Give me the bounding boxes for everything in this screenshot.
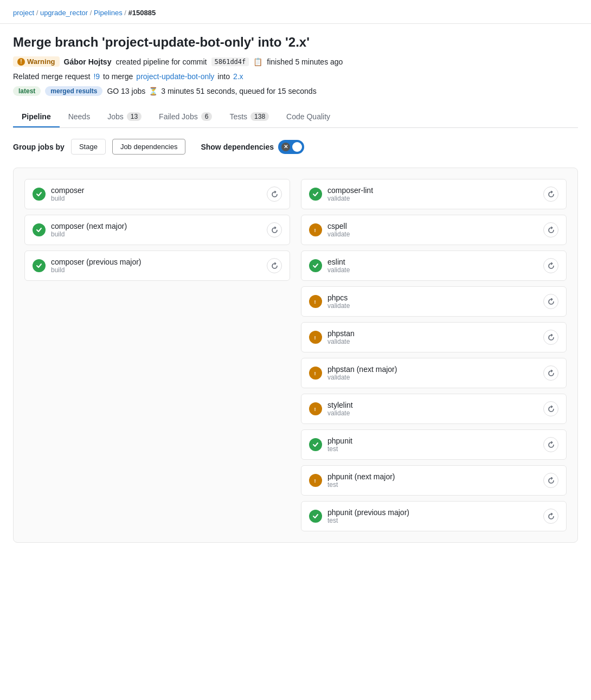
success-icon [33, 188, 46, 201]
tab-code-quality[interactable]: Code Quality [278, 107, 339, 127]
clock-icon: ⏳ [149, 87, 158, 95]
tab-failed-jobs-count: 6 [201, 112, 213, 121]
job-name: stylelint [327, 401, 353, 409]
retry-button[interactable] [543, 187, 558, 202]
list-item: ! phpstan validate [301, 322, 567, 352]
retry-button[interactable] [543, 294, 558, 309]
retry-button[interactable] [543, 473, 558, 488]
success-icon [309, 188, 322, 201]
success-icon [309, 510, 322, 523]
job-name: cspell [327, 222, 350, 230]
job-info: composer (previous major) build [51, 258, 142, 274]
finished-text: finished 5 minutes ago [267, 57, 343, 66]
job-left: ! phpcs validate [309, 293, 350, 310]
jobs-count: GO 13 jobs [107, 87, 145, 95]
job-name: phpunit (next major) [327, 472, 395, 481]
retry-button[interactable] [267, 258, 282, 273]
pipeline-meta: ! Warning Gábor Hojtsy created pipeline … [13, 56, 578, 67]
retry-button[interactable] [543, 330, 558, 345]
job-left: phpunit (previous major) test [309, 508, 409, 524]
job-name: phpstan (next major) [327, 365, 397, 374]
job-left: ! stylelint validate [309, 401, 353, 417]
job-info: phpstan validate [327, 329, 355, 345]
show-dependencies-toggle[interactable]: ✕ [278, 140, 304, 154]
job-left: ! phpstan validate [309, 329, 355, 345]
right-jobs-column: composer-lint validate ! cspell validate [301, 179, 567, 531]
retry-button[interactable] [543, 509, 558, 524]
job-left: composer (next major) build [33, 222, 127, 238]
job-left: composer-lint validate [309, 186, 373, 202]
pipeline-grid: composer build composer (next major) bui… [13, 168, 578, 543]
tab-tests-count: 138 [250, 112, 269, 121]
job-info: phpcs validate [327, 293, 350, 310]
retry-button[interactable] [267, 187, 282, 202]
tab-tests-label: Tests [229, 112, 247, 121]
job-info: composer (next major) build [51, 222, 127, 238]
warning-icon: ! [309, 402, 322, 415]
breadcrumb-project[interactable]: project [13, 9, 34, 17]
tab-needs[interactable]: Needs [60, 107, 99, 127]
warning-icon: ! [309, 331, 322, 344]
tab-jobs[interactable]: Jobs 13 [99, 107, 150, 127]
action-text: created pipeline for commit [115, 57, 207, 66]
page-title: Merge branch 'project-update-bot-only' i… [13, 35, 578, 50]
retry-button[interactable] [543, 437, 558, 452]
to-merge-text: to merge [103, 72, 133, 81]
job-dependencies-button[interactable]: Job dependencies [112, 139, 186, 155]
job-stage: validate [327, 374, 397, 381]
job-stage: build [51, 266, 142, 274]
tab-jobs-count: 13 [127, 112, 142, 121]
group-jobs-bar: Group jobs by Stage Job dependencies Sho… [13, 139, 578, 155]
sep1: / [36, 9, 38, 17]
show-deps-label: Show dependencies [201, 143, 274, 151]
tab-tests[interactable]: Tests 138 [221, 107, 278, 127]
warning-label: Warning [27, 57, 55, 66]
svg-text:!: ! [314, 299, 316, 305]
retry-button[interactable] [543, 258, 558, 273]
list-item: ! phpcs validate [301, 286, 567, 317]
tab-needs-label: Needs [68, 112, 90, 121]
stage-button[interactable]: Stage [71, 139, 106, 155]
tab-pipeline[interactable]: Pipeline [13, 107, 60, 127]
job-stage: validate [327, 195, 373, 202]
retry-button[interactable] [543, 365, 558, 381]
job-stage: validate [327, 409, 353, 417]
warning-icon: ! [309, 367, 322, 380]
sep2: / [90, 9, 92, 17]
job-info: stylelint validate [327, 401, 353, 417]
retry-button[interactable] [267, 222, 282, 237]
list-item: ! stylelint validate [301, 394, 567, 424]
copy-icon[interactable]: 📋 [253, 57, 262, 66]
tab-failed-jobs[interactable]: Failed Jobs 6 [150, 107, 221, 127]
breadcrumb-pipelines[interactable]: Pipelines [94, 9, 123, 17]
tabs-bar: Pipeline Needs Jobs 13 Failed Jobs 6 Tes… [13, 107, 578, 128]
meta-row2: Related merge request !9 to merge projec… [13, 72, 578, 81]
retry-button[interactable] [543, 222, 558, 237]
job-left: composer (previous major) build [33, 258, 142, 274]
job-info: phpunit (previous major) test [327, 508, 409, 524]
warning-icon: ! [309, 295, 322, 308]
toggle-x-icon: ✕ [281, 143, 290, 151]
job-left: eslint validate [309, 258, 350, 274]
branch-link[interactable]: project-update-bot-only [136, 72, 214, 81]
warning-icon: ! [17, 58, 25, 66]
badges-row: latest merged results GO 13 jobs ⏳ 3 min… [13, 86, 578, 96]
tab-pipeline-label: Pipeline [22, 112, 51, 121]
job-stage: build [51, 230, 127, 238]
breadcrumb-repo[interactable]: upgrade_rector [40, 9, 88, 17]
list-item: phpunit (previous major) test [301, 501, 567, 531]
group-jobs-label: Group jobs by [13, 143, 65, 151]
retry-button[interactable] [543, 401, 558, 416]
merge-request-link[interactable]: !9 [93, 72, 100, 81]
badge-merged: merged results [45, 86, 102, 96]
job-left: ! cspell validate [309, 222, 350, 238]
job-name: composer-lint [327, 186, 373, 195]
job-stage: validate [327, 266, 350, 274]
toggle-knob [292, 142, 302, 152]
tab-code-quality-label: Code Quality [286, 112, 330, 121]
show-dependencies-container: Show dependencies ✕ [201, 140, 304, 154]
job-stage: validate [327, 302, 350, 310]
warning-icon: ! [309, 223, 322, 236]
target-branch-link[interactable]: 2.x [233, 72, 243, 81]
job-stage: build [51, 195, 84, 202]
